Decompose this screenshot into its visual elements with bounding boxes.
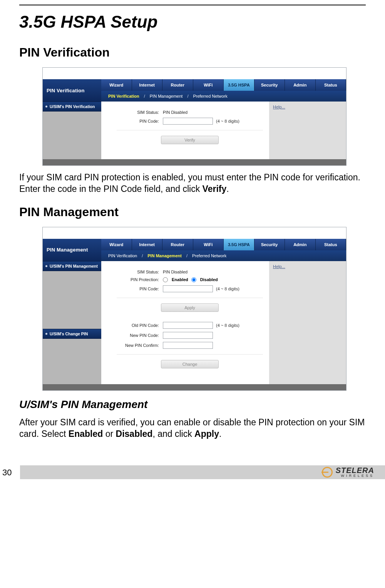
text: If your SIM card PIN protection is enabl…	[19, 172, 360, 194]
form-area: SIM Status: PIN Disabled PIN Code: (4 ~ …	[101, 102, 269, 159]
tab-35g-hspa[interactable]: 3.5G HSPA	[224, 79, 254, 91]
tab-security[interactable]: Security	[254, 239, 285, 250]
text: or	[103, 429, 116, 439]
app-footer-bar	[43, 159, 346, 165]
divider	[117, 354, 263, 355]
divider	[117, 298, 263, 298]
help-link[interactable]: Help...	[273, 105, 285, 109]
footer-bar: STELERA WIRELESS	[20, 465, 385, 479]
pin-code-hint: (4 ~ 8 digits)	[216, 323, 239, 328]
form-area: SIM Status: PIN Disabled PIN Protection:…	[101, 261, 269, 384]
tab-wizard[interactable]: Wizard	[101, 239, 132, 250]
tab-wizard[interactable]: Wizard	[101, 79, 132, 91]
panel-title: PIN Verification	[43, 79, 101, 102]
screenshot-pin-verification: PIN Verification Wizard Internet Router …	[42, 67, 346, 166]
brand-name: STELERA	[336, 466, 374, 474]
radio-enabled[interactable]	[163, 277, 168, 282]
app-blank-header	[43, 227, 346, 239]
sub-tabs: PIN Verification / PIN Management / Pref…	[101, 91, 346, 102]
divider	[117, 130, 263, 130]
tab-internet[interactable]: Internet	[132, 239, 163, 250]
pin-code-hint: (4 ~ 8 digits)	[216, 119, 239, 123]
subtab-sep: /	[142, 253, 143, 258]
radio-disabled[interactable]	[191, 277, 196, 282]
app-blank-header	[43, 68, 346, 79]
text-bold: Enabled	[69, 429, 103, 439]
text: .	[219, 429, 221, 439]
pin-code-label: PIN Code:	[117, 119, 163, 123]
new-pin-label: New PIN Code:	[117, 333, 163, 338]
subsection-usim-pin-management: U/SIM's PIN Management	[19, 398, 366, 411]
pin-protection-label: PIN Protection:	[117, 277, 163, 282]
text-bold: Disabled	[116, 429, 153, 439]
sidebar-item-change-pin[interactable]: U/SIM's Change PIN	[43, 329, 101, 339]
new-pin-confirm-input[interactable]	[163, 342, 213, 349]
brand-tagline: WIRELESS	[336, 474, 374, 478]
top-rule	[19, 5, 366, 5]
change-button[interactable]: Change	[161, 360, 219, 368]
page-footer: 30 STELERA WIRELESS	[0, 463, 385, 481]
sim-status-label: SIM Status:	[117, 270, 163, 274]
verify-button[interactable]: Verify	[161, 136, 219, 144]
screenshot-pin-management: PIN Management Wizard Internet Router Wi…	[42, 227, 346, 391]
chapter-title: 3.5G HSPA Setup	[19, 12, 366, 32]
subtab-sep: /	[186, 253, 187, 258]
text-bold: Verify	[203, 184, 227, 194]
logo-ring-icon	[322, 467, 333, 478]
subtab-pin-verification[interactable]: PIN Verification	[107, 93, 141, 99]
new-pin-input[interactable]	[163, 332, 213, 339]
main-tabs: Wizard Internet Router WiFi 3.5G HSPA Se…	[101, 239, 346, 250]
new-pin-confirm-label: New PIN Confirm:	[117, 343, 163, 348]
app-footer-bar	[43, 384, 346, 390]
old-pin-input[interactable]	[163, 322, 213, 329]
tab-wifi[interactable]: WiFi	[193, 79, 224, 91]
text: , and click	[152, 429, 194, 439]
tab-wifi[interactable]: WiFi	[193, 239, 224, 250]
pin-code-input[interactable]	[163, 285, 213, 292]
tab-admin[interactable]: Admin	[285, 239, 316, 250]
para-pin-verification: If your SIM card PIN protection is enabl…	[19, 172, 366, 195]
help-panel: Help...	[269, 261, 346, 384]
sidebar: U/SIM's PIN Verification	[43, 102, 101, 159]
pin-code-hint: (4 ~ 8 digits)	[216, 287, 239, 291]
pin-code-input[interactable]	[163, 118, 213, 125]
apply-button[interactable]: Apply	[161, 303, 219, 312]
para-pin-management: After your SIM card is verified, you can…	[19, 417, 366, 440]
sim-status-value: PIN Disabled	[163, 270, 187, 274]
radio-disabled-label: Disabled	[200, 277, 218, 282]
help-link[interactable]: Help...	[273, 264, 285, 269]
subtab-pin-management[interactable]: PIN Management	[148, 93, 184, 99]
section-pin-verification: PIN Verification	[19, 45, 366, 60]
sidebar-item-pin-verification[interactable]: U/SIM's PIN Verification	[43, 102, 101, 112]
subtab-pin-verification[interactable]: PIN Verification	[107, 253, 139, 259]
section-pin-management: PIN Management	[19, 205, 366, 219]
subtab-preferred-network[interactable]: Preferred Network	[191, 253, 228, 259]
help-panel: Help...	[269, 102, 346, 159]
tab-35g-hspa[interactable]: 3.5G HSPA	[224, 239, 254, 250]
text-bold: Apply	[194, 429, 219, 439]
subtab-preferred-network[interactable]: Preferred Network	[191, 93, 229, 99]
tab-status[interactable]: Status	[316, 239, 346, 250]
main-tabs: Wizard Internet Router WiFi 3.5G HSPA Se…	[101, 79, 346, 91]
sim-status-label: SIM Status:	[117, 110, 163, 115]
old-pin-label: Old PIN Code:	[117, 323, 163, 328]
tab-security[interactable]: Security	[254, 79, 285, 91]
text: .	[226, 184, 229, 194]
sidebar: U/SIM's PIN Management U/SIM's Change PI…	[43, 261, 101, 384]
tab-admin[interactable]: Admin	[285, 79, 316, 91]
tab-status[interactable]: Status	[316, 79, 346, 91]
sim-status-value: PIN Disabled	[163, 110, 187, 115]
subtab-sep: /	[144, 94, 145, 98]
sidebar-item-pin-management[interactable]: U/SIM's PIN Management	[43, 261, 101, 271]
tab-router[interactable]: Router	[162, 239, 193, 250]
sub-tabs: PIN Verification / PIN Management / Pref…	[101, 250, 346, 261]
tab-internet[interactable]: Internet	[132, 79, 163, 91]
brand-logo: STELERA WIRELESS	[322, 466, 374, 478]
radio-enabled-label: Enabled	[172, 277, 188, 282]
subtab-pin-management[interactable]: PIN Management	[146, 253, 183, 259]
pin-code-label: PIN Code:	[117, 287, 163, 291]
subtab-sep: /	[187, 94, 188, 98]
tab-router[interactable]: Router	[162, 79, 193, 91]
page-number: 30	[2, 468, 12, 478]
panel-title: PIN Management	[43, 239, 101, 261]
